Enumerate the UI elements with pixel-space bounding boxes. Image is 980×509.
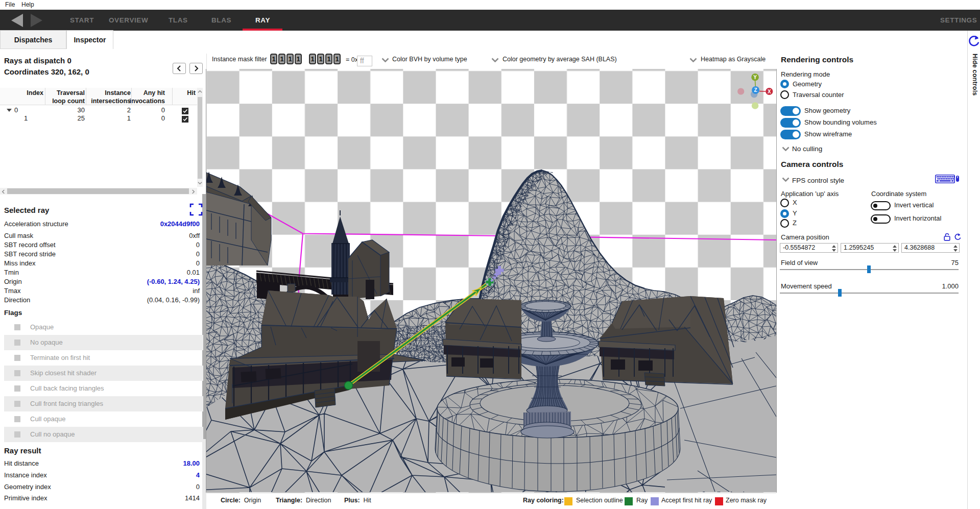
svg-text:Y: Y — [753, 75, 757, 80]
svg-text:Z: Z — [754, 87, 757, 93]
svg-text:X: X — [768, 89, 771, 94]
